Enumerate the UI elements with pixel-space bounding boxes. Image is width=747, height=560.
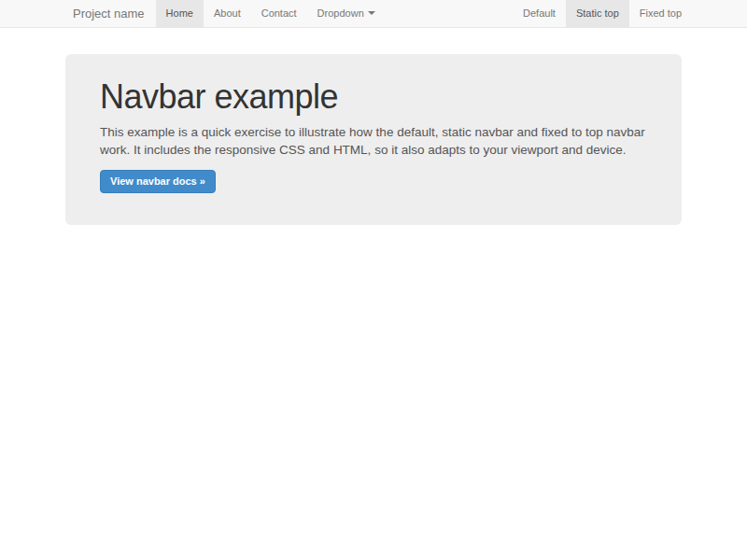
nav-link-home[interactable]: Home	[156, 0, 204, 27]
page-title: Navbar example	[100, 79, 647, 116]
nav-link-dropdown[interactable]: Dropdown	[307, 0, 386, 27]
nav-link-contact[interactable]: Contact	[251, 0, 307, 27]
jumbotron: Navbar example This example is a quick e…	[65, 54, 682, 225]
nav-item-static-top: Static top	[566, 0, 629, 27]
nav-item-about: About	[204, 0, 251, 27]
nav-item-default: Default	[513, 0, 566, 27]
nav-link-about[interactable]: About	[204, 0, 251, 27]
jumbotron-description: This example is a quick exercise to illu…	[100, 123, 647, 160]
top-navbar: Project name Home About Contact Dropdown…	[0, 0, 747, 28]
caret-down-icon	[368, 11, 375, 15]
nav-dropdown-label: Dropdown	[317, 7, 364, 19]
nav-item-contact: Contact	[251, 0, 307, 27]
nav-link-default[interactable]: Default	[513, 0, 566, 27]
navbar-container: Project name Home About Contact Dropdown…	[65, 0, 682, 27]
navbar-right-nav: Default Static top Fixed top	[513, 0, 692, 27]
navbar-brand[interactable]: Project name	[65, 0, 152, 27]
nav-link-fixed-top[interactable]: Fixed top	[629, 0, 692, 27]
nav-link-static-top[interactable]: Static top	[566, 0, 629, 27]
nav-item-fixed-top: Fixed top	[629, 0, 692, 27]
nav-item-dropdown: Dropdown	[307, 0, 386, 27]
view-navbar-docs-button[interactable]: View navbar docs »	[100, 170, 216, 193]
navbar-left-nav: Home About Contact Dropdown	[156, 0, 386, 27]
nav-item-home: Home	[156, 0, 204, 27]
